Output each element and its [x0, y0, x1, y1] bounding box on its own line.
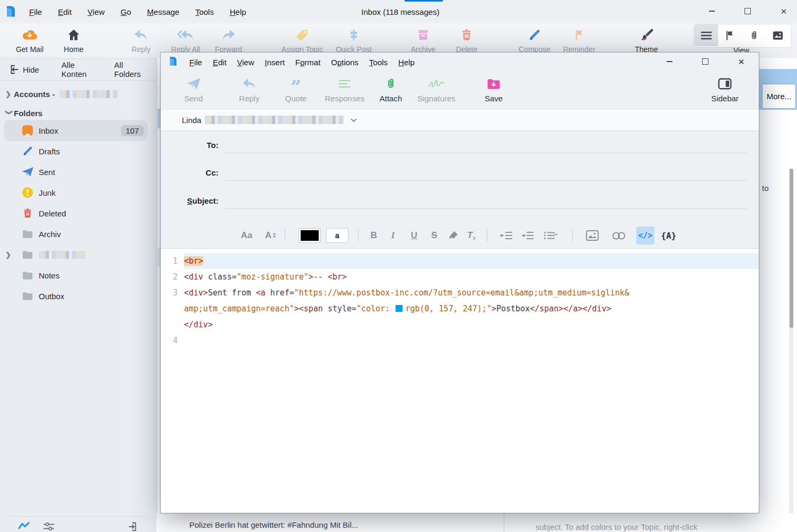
sidebar-item-deleted[interactable]: Deleted: [0, 204, 156, 223]
highlight-color-swatch[interactable]: a: [326, 223, 348, 248]
view-image-toggle[interactable]: [766, 24, 790, 46]
bold-button[interactable]: B: [365, 223, 382, 248]
close-button[interactable]: ✕: [770, 3, 797, 20]
sidebar-item-redacted[interactable]: ❯: [0, 245, 156, 264]
line-number: [161, 317, 184, 333]
chevron-down-icon[interactable]: [350, 118, 357, 123]
menu-go[interactable]: Go: [115, 5, 137, 19]
responses-button[interactable]: Responses: [322, 75, 367, 103]
cc-input[interactable]: [225, 165, 747, 181]
compose-menu-file[interactable]: File: [184, 56, 207, 68]
logout-button[interactable]: [127, 521, 139, 532]
minimize-button[interactable]: [698, 3, 725, 20]
insert-image-button[interactable]: [582, 223, 603, 248]
message-subject-text[interactable]: Polizei Berlin hat getwittert: #Fahndung…: [189, 520, 358, 529]
code-line[interactable]: 3<div>Sent from <a href="https://www.pos…: [161, 285, 759, 301]
subject-input[interactable]: [225, 193, 747, 209]
filter-settings-button[interactable]: [42, 521, 55, 531]
hide-pane-button[interactable]: Hide: [3, 64, 45, 75]
code-icon: </>: [638, 231, 652, 240]
code-line[interactable]: 1<br>: [161, 253, 759, 269]
activity-button[interactable]: [17, 521, 30, 530]
sidebar-item-inbox[interactable]: Inbox 107: [0, 121, 156, 140]
clear-format-button[interactable]: Tx: [462, 223, 480, 248]
reminder-button[interactable]: Reminder: [558, 25, 600, 54]
signatures-button[interactable]: Signatures: [414, 75, 459, 103]
to-input[interactable]: [225, 137, 747, 153]
sidebar-item-drafts[interactable]: Drafts: [0, 142, 156, 161]
menu-tools[interactable]: Tools: [189, 5, 220, 19]
code-line[interactable]: 4: [161, 333, 759, 348]
maximize-button[interactable]: [734, 3, 761, 20]
insert-link-button[interactable]: [607, 223, 630, 248]
tag-icon: [278, 25, 326, 45]
sidebar-toggle-button[interactable]: Sidebar: [702, 75, 748, 103]
home-button[interactable]: Home: [52, 25, 95, 54]
inline-color-swatch: [396, 305, 402, 312]
get-mail-button[interactable]: Get Mail: [8, 25, 51, 54]
all-folders-tab[interactable]: All Folders: [109, 60, 156, 79]
compose-menu-insert[interactable]: Insert: [259, 56, 290, 68]
assign-topic-button[interactable]: Assign Topic: [278, 25, 326, 54]
all-accounts-tab[interactable]: Alle Konten: [56, 60, 107, 79]
text-color-swatch[interactable]: [299, 223, 321, 248]
attach-button[interactable]: Attach: [368, 75, 414, 103]
save-button[interactable]: Save: [471, 75, 516, 103]
menu-file[interactable]: File: [23, 5, 48, 19]
reply-button[interactable]: Reply: [120, 25, 162, 54]
view-list-toggle[interactable]: [694, 24, 718, 46]
compose-menu-format[interactable]: Format: [290, 56, 326, 68]
compose-menu-view[interactable]: View: [232, 56, 259, 68]
html-source-editor[interactable]: 1<br>2<div class="moz-signature">-- <br>…: [161, 248, 759, 513]
font-family-button[interactable]: Aa: [235, 223, 258, 248]
scrollbar-thumb[interactable]: [790, 169, 793, 328]
reply-all-button[interactable]: Reply All: [164, 25, 207, 54]
italic-button[interactable]: I: [384, 223, 401, 248]
code-line[interactable]: amp;utm_campaign=reach"><span style="col…: [161, 301, 759, 317]
compose-menu-options[interactable]: Options: [326, 56, 364, 68]
menu-message[interactable]: Message: [141, 5, 185, 19]
code-line[interactable]: 2<div class="moz-signature">-- <br>: [161, 269, 759, 285]
sidebar-item-outbox[interactable]: Outbox: [0, 286, 156, 306]
compose-menu-help[interactable]: Help: [393, 56, 420, 68]
font-size-button[interactable]: A⇕: [260, 223, 282, 248]
variables-button[interactable]: {A}: [657, 223, 680, 248]
compose-menu-tools[interactable]: Tools: [364, 56, 393, 68]
compose-minimize-button[interactable]: [659, 54, 680, 69]
compose-button[interactable]: Compose: [513, 25, 556, 54]
strikethrough-button[interactable]: S: [426, 223, 443, 248]
list-button[interactable]: [539, 223, 564, 248]
forward-button[interactable]: Forward: [207, 25, 250, 54]
archive-button[interactable]: Archive: [402, 25, 444, 54]
menu-view[interactable]: View: [82, 5, 110, 19]
send-button[interactable]: Send: [171, 75, 216, 103]
compose-menu-edit[interactable]: Edit: [207, 56, 232, 68]
compose-maximize-button[interactable]: [695, 54, 716, 69]
theme-button[interactable]: Theme: [625, 25, 668, 54]
sidebar-item-archiv[interactable]: Archiv: [0, 224, 156, 243]
sidebar-item-junk[interactable]: Junk: [0, 183, 156, 202]
indent-button[interactable]: [517, 223, 538, 248]
compose-reply-button[interactable]: Reply: [226, 75, 272, 103]
highlighter-pen-icon[interactable]: [445, 223, 462, 248]
accounts-tree-item[interactable]: ❯ Accounts -: [0, 84, 156, 103]
underline-button[interactable]: U: [406, 223, 423, 248]
quote-button[interactable]: ” Quote: [273, 75, 319, 103]
quick-post-button[interactable]: Quick Post: [330, 25, 378, 54]
sidebar-item-sent[interactable]: Sent: [0, 162, 156, 181]
menu-help[interactable]: Help: [224, 5, 252, 19]
outdent-button[interactable]: [496, 223, 517, 248]
html-source-toggle[interactable]: </>: [636, 226, 654, 245]
delete-button[interactable]: Delete: [445, 25, 488, 54]
compose-close-button[interactable]: ✕: [731, 54, 752, 69]
sidebar-item-notes[interactable]: Notes: [0, 266, 156, 285]
sidebar-footer-divider: [8, 516, 147, 517]
menu-edit[interactable]: Edit: [52, 5, 77, 19]
sent-plane-icon: [21, 167, 34, 177]
view-flag-toggle[interactable]: [718, 24, 742, 46]
cc-field-row: Cc:: [161, 165, 759, 181]
from-row[interactable]: Linda: [161, 109, 759, 131]
code-line[interactable]: </div>: [161, 317, 759, 333]
more-button[interactable]: More...: [762, 84, 796, 109]
view-attachment-toggle[interactable]: [742, 24, 766, 46]
